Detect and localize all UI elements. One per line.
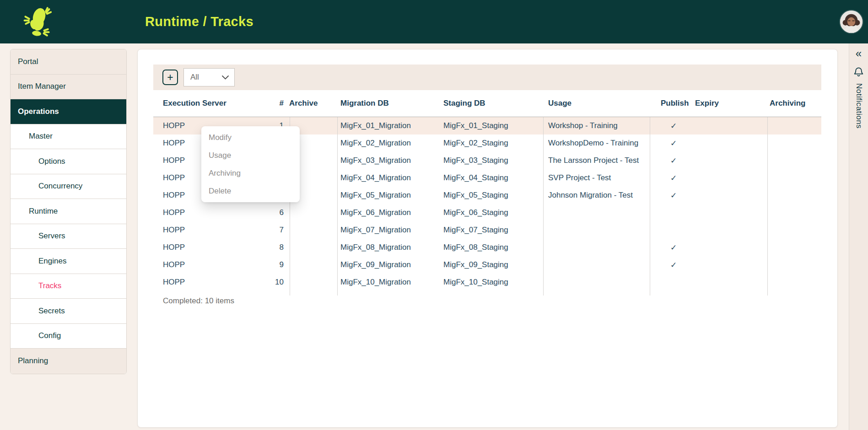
cell-migration-db: MigFx_02_Migration: [337, 139, 440, 148]
cell-staging-db: MigFx_08_Staging: [440, 243, 543, 252]
filter-selected-value: All: [190, 73, 199, 82]
sidebar-item-portal[interactable]: Portal: [11, 49, 126, 75]
cell-staging-db: MigFx_07_Staging: [440, 226, 543, 235]
sidebar-item-planning[interactable]: Planning: [11, 349, 126, 374]
column-header-archive: Archive: [289, 99, 337, 108]
context-menu-item-archiving[interactable]: Archiving: [201, 164, 300, 182]
sidebar: PortalItem ManagerOperationsMasterOption…: [10, 49, 127, 374]
sidebar-item-item-manager[interactable]: Item Manager: [11, 75, 126, 100]
sidebar-item-operations[interactable]: Operations: [11, 99, 126, 124]
column-header-execution-server: Execution Server: [153, 99, 273, 108]
avatar-image: [840, 11, 863, 33]
collapse-panel-icon[interactable]: «: [856, 47, 862, 60]
cell-staging-db: MigFx_01_Staging: [440, 121, 543, 130]
main-panel: + All Execution Server#ArchiveMigration …: [137, 49, 838, 428]
sidebar-item-secrets[interactable]: Secrets: [11, 299, 126, 324]
cell-usage: WorkshopDemo - Training: [543, 139, 649, 148]
column-header-staging-db: Staging DB: [440, 99, 543, 108]
cell-staging-db: MigFx_04_Staging: [440, 173, 543, 183]
publish-checkmark: ✓: [649, 121, 695, 131]
cell-num: 7: [273, 226, 289, 235]
cell-usage: Johnson Migration - Test: [543, 191, 649, 200]
sidebar-item-config[interactable]: Config: [11, 324, 126, 349]
table-status: Completed: 10 items: [163, 296, 234, 306]
page-title: Runtime / Tracks: [145, 0, 253, 43]
cell-migration-db: MigFx_01_Migration: [337, 121, 440, 130]
publish-checkmark: ✓: [649, 191, 695, 200]
cell-num: 8: [273, 243, 289, 252]
notifications-label: Notifications: [854, 83, 863, 129]
chevron-down-icon: [222, 75, 229, 80]
sidebar-item-servers[interactable]: Servers: [11, 224, 126, 249]
context-menu: ModifyUsageArchivingDelete: [201, 126, 300, 202]
cell-staging-db: MigFx_05_Staging: [440, 191, 543, 200]
notifications-rail: « Notifications: [849, 43, 868, 430]
cell-migration-db: MigFx_08_Migration: [337, 243, 440, 252]
context-menu-item-delete[interactable]: Delete: [201, 182, 300, 200]
sidebar-item-master[interactable]: Master: [11, 124, 126, 150]
cell-server: HOPP: [153, 243, 273, 252]
sidebar-item-runtime[interactable]: Runtime: [11, 199, 126, 224]
table-row[interactable]: HOPP8MigFx_08_MigrationMigFx_08_Staging✓: [153, 239, 821, 256]
cell-server: HOPP: [153, 208, 273, 217]
cell-staging-db: MigFx_03_Staging: [440, 156, 543, 165]
column-header-archiving: Archiving: [767, 99, 821, 108]
cell-staging-db: MigFx_10_Staging: [440, 278, 543, 287]
cell-num: 9: [273, 260, 289, 269]
column-header-publish: Publish: [649, 99, 695, 108]
app-header: Runtime / Tracks: [0, 0, 868, 43]
publish-checkmark: ✓: [649, 260, 695, 270]
column-header-migration-db: Migration DB: [337, 99, 440, 108]
cell-server: HOPP: [153, 278, 273, 287]
table-toolbar: + All: [153, 64, 821, 90]
column-header-expiry: Expiry: [695, 99, 767, 108]
context-menu-item-modify[interactable]: Modify: [201, 129, 300, 146]
sidebar-item-options[interactable]: Options: [11, 149, 126, 174]
user-avatar[interactable]: [840, 11, 863, 33]
cell-migration-db: MigFx_04_Migration: [337, 173, 440, 183]
publish-checkmark: ✓: [649, 139, 695, 148]
cell-migration-db: MigFx_07_Migration: [337, 226, 440, 235]
table-row[interactable]: HOPP7MigFx_07_MigrationMigFx_07_Staging: [153, 221, 821, 239]
publish-checkmark: ✓: [649, 156, 695, 166]
cell-migration-db: MigFx_09_Migration: [337, 260, 440, 269]
column-header-: #: [273, 99, 289, 108]
table-header: Execution Server#ArchiveMigration DBStag…: [153, 90, 821, 117]
table-row[interactable]: HOPP10MigFx_10_MigrationMigFx_10_Staging: [153, 274, 821, 291]
frog-logo-icon[interactable]: [18, 3, 56, 40]
app-root: Runtime / Tracks PortalItem ManagerOpera…: [0, 0, 868, 430]
cell-staging-db: MigFx_02_Staging: [440, 139, 543, 148]
cell-num: 6: [273, 208, 289, 217]
table-row[interactable]: HOPP9MigFx_09_MigrationMigFx_09_Staging✓: [153, 256, 821, 274]
cell-server: HOPP: [153, 226, 273, 235]
publish-checkmark: ✓: [649, 173, 695, 183]
cell-staging-db: MigFx_06_Staging: [440, 208, 543, 217]
cell-migration-db: MigFx_05_Migration: [337, 191, 440, 200]
cell-usage: The Larsson Project - Test: [543, 156, 649, 165]
sidebar-item-engines[interactable]: Engines: [11, 249, 126, 274]
bell-icon[interactable]: [853, 66, 864, 77]
add-button[interactable]: +: [162, 70, 178, 85]
cell-migration-db: MigFx_10_Migration: [337, 278, 440, 287]
cell-staging-db: MigFx_09_Staging: [440, 260, 543, 269]
table-row[interactable]: HOPP6MigFx_06_MigrationMigFx_06_Staging: [153, 204, 821, 221]
sidebar-item-tracks[interactable]: Tracks: [11, 274, 126, 299]
cell-usage: Workshop - Training: [543, 121, 649, 130]
cell-num: 10: [273, 278, 289, 287]
cell-usage: SVP Project - Test: [543, 173, 649, 183]
filter-select[interactable]: All: [183, 68, 235, 86]
cell-server: HOPP: [153, 260, 273, 269]
context-menu-item-usage[interactable]: Usage: [201, 146, 300, 164]
publish-checkmark: ✓: [649, 243, 695, 253]
cell-migration-db: MigFx_03_Migration: [337, 156, 440, 165]
sidebar-item-concurrency[interactable]: Concurrency: [11, 174, 126, 199]
column-header-usage: Usage: [543, 99, 649, 108]
cell-migration-db: MigFx_06_Migration: [337, 208, 440, 217]
